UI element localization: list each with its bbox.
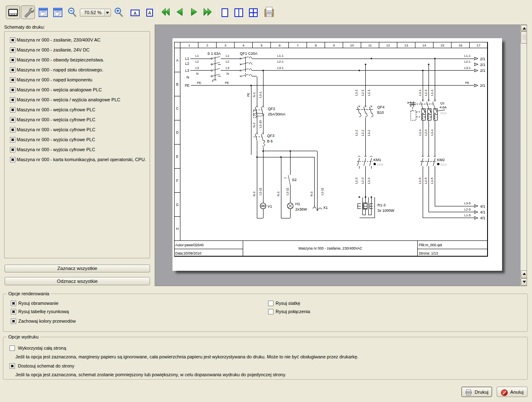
svg-text:S2: S2 xyxy=(292,178,297,182)
svg-text:L2-4: L2-4 xyxy=(424,130,428,135)
svg-text:N: N xyxy=(187,75,189,79)
svg-text:L2-1: L2-1 xyxy=(424,90,428,96)
svg-text:2: 2 xyxy=(207,44,209,47)
svg-text:PE: PE xyxy=(185,83,190,88)
svg-text:G: G xyxy=(176,203,179,207)
svg-text:L3: L3 xyxy=(226,66,229,70)
svg-text:L1-5: L1-5 xyxy=(464,213,470,217)
svg-text:L2: L2 xyxy=(195,60,199,64)
svg-text:3x 1000W: 3x 1000W xyxy=(377,208,394,213)
svg-text:PE: PE xyxy=(465,81,469,85)
svg-text:N: N xyxy=(227,72,229,76)
svg-text:N-1: N-1 xyxy=(252,92,256,97)
svg-text:16: 16 xyxy=(458,44,462,47)
svg-text:V1: V1 xyxy=(268,204,272,208)
svg-text:4/1: 4/1 xyxy=(480,204,485,208)
svg-text:QF2: QF2 xyxy=(268,107,276,111)
svg-text:D: D xyxy=(176,130,178,135)
svg-text:4: 4 xyxy=(243,44,245,47)
svg-text:L1-4: L1-4 xyxy=(418,130,422,135)
svg-text:KM1: KM1 xyxy=(374,158,382,162)
svg-text:L3-5: L3-5 xyxy=(464,201,470,205)
svg-text:9: 9 xyxy=(333,44,335,47)
svg-text:N: N xyxy=(196,72,198,76)
svg-text:PE: PE xyxy=(225,81,229,85)
svg-text:10: 10 xyxy=(350,44,354,47)
svg-text:L3-2: L3-2 xyxy=(367,130,371,136)
svg-text:L2-1: L2-1 xyxy=(464,60,470,64)
svg-text:F: F xyxy=(176,179,178,183)
svg-text:Maszyna nr 000 - zasilanie, 23: Maszyna nr 000 - zasilanie, 230/400VAC xyxy=(298,246,362,250)
svg-text:Plik:m_000.qet: Plik:m_000.qet xyxy=(419,243,443,247)
svg-text:9114: 9114 xyxy=(441,163,447,166)
svg-text:Q1: Q1 xyxy=(440,101,445,105)
svg-text:PE: PE xyxy=(197,81,201,85)
svg-text:L3-11: L3-11 xyxy=(259,188,262,195)
svg-text:2/1: 2/1 xyxy=(480,69,485,73)
svg-text:25A/30mA: 25A/30mA xyxy=(268,112,286,116)
svg-text:1905: 1905 xyxy=(377,163,384,166)
svg-text:L3-1: L3-1 xyxy=(277,66,283,70)
svg-text:QF4: QF4 xyxy=(377,105,385,109)
svg-text:E: E xyxy=(176,154,179,159)
svg-text:1: 1 xyxy=(188,44,190,47)
svg-text:PE: PE xyxy=(246,93,250,97)
svg-text:L3-4: L3-4 xyxy=(430,130,434,135)
svg-text:L1-2: L1-2 xyxy=(355,130,358,136)
svg-text:2/1: 2/1 xyxy=(480,63,485,67)
svg-text:B 6: B 6 xyxy=(267,139,273,143)
svg-text:N-3: N-3 xyxy=(310,191,313,196)
svg-text:X1: X1 xyxy=(323,206,328,210)
svg-text:L3-1: L3-1 xyxy=(355,90,358,96)
svg-text:H1: H1 xyxy=(296,202,300,206)
svg-text:L1-3: L1-3 xyxy=(355,178,358,184)
svg-text:L2: L2 xyxy=(185,61,190,66)
svg-text:A: A xyxy=(176,58,179,62)
svg-text:11: 11 xyxy=(368,44,372,47)
svg-text:L2-2: L2-2 xyxy=(361,130,365,136)
svg-text:S 1 63A: S 1 63A xyxy=(207,51,221,56)
svg-text:L1-5: L1-5 xyxy=(418,178,422,184)
svg-text:C: C xyxy=(176,106,178,110)
svg-text:13: 13 xyxy=(404,44,408,47)
svg-text:L3-11: L3-11 xyxy=(320,188,324,195)
svg-text:N-3: N-3 xyxy=(252,191,256,196)
svg-text:L3-1: L3-1 xyxy=(418,90,422,96)
svg-text:L3: L3 xyxy=(195,66,199,70)
svg-text:L3-3: L3-3 xyxy=(367,178,371,184)
svg-text:N-2: N-2 xyxy=(252,123,256,127)
svg-text:L2-5: L2-5 xyxy=(424,178,428,184)
svg-text:7: 7 xyxy=(297,44,299,47)
svg-text:H: H xyxy=(176,227,178,231)
svg-text:L1-1: L1-1 xyxy=(367,90,371,96)
svg-text:L2-5: L2-5 xyxy=(464,208,470,211)
svg-text:5: 5 xyxy=(261,44,263,47)
svg-text:L2-3: L2-3 xyxy=(361,178,365,184)
svg-text:6: 6 xyxy=(279,44,281,47)
svg-text:L1-1: L1-1 xyxy=(430,90,434,96)
svg-text:L2: L2 xyxy=(226,60,229,64)
svg-text:QF1 C20A: QF1 C20A xyxy=(240,51,258,56)
svg-text:4-6A: 4-6A xyxy=(440,105,447,109)
svg-text:L1-1: L1-1 xyxy=(464,54,470,58)
svg-text:L2-1: L2-1 xyxy=(361,90,365,96)
svg-text:Strona: 1/13: Strona: 1/13 xyxy=(419,251,438,255)
svg-text:B: B xyxy=(176,82,179,86)
svg-text:2/1: 2/1 xyxy=(480,83,485,88)
svg-text:L3-1: L3-1 xyxy=(464,66,470,70)
svg-text:2/1: 2/1 xyxy=(480,57,485,61)
svg-text:L3-1: L3-1 xyxy=(259,92,262,98)
svg-text:A: A xyxy=(148,10,151,15)
svg-text:L1: L1 xyxy=(226,54,229,58)
svg-text:Autor:pawel32640: Autor:pawel32640 xyxy=(175,243,204,247)
svg-text:17: 17 xyxy=(477,44,480,47)
svg-text:L1: L1 xyxy=(195,54,199,58)
svg-text:4/1: 4/1 xyxy=(480,216,485,220)
svg-text:8: 8 xyxy=(315,44,317,47)
svg-text:L2-1: L2-1 xyxy=(277,60,283,64)
svg-text:L1: L1 xyxy=(185,56,190,61)
svg-text:B10: B10 xyxy=(377,110,384,115)
svg-text:12: 12 xyxy=(386,44,390,47)
svg-text:A: A xyxy=(133,11,136,16)
svg-text:2x36W: 2x36W xyxy=(296,207,308,211)
